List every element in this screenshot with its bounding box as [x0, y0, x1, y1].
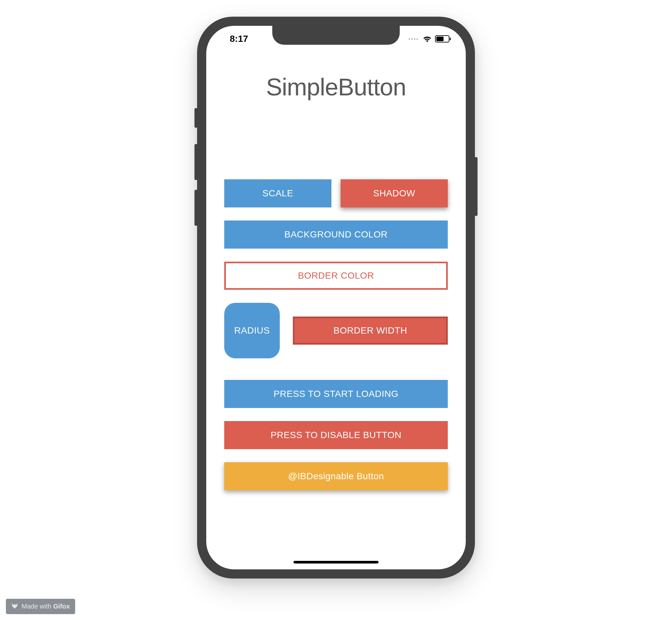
app-content: SimpleButton SCALE SHADOW BACKGROUND COL… [206, 58, 466, 569]
battery-icon [435, 35, 449, 43]
volume-up-button [194, 144, 198, 180]
status-indicators [409, 35, 449, 43]
cellular-dots-icon [409, 38, 418, 40]
watermark-prefix: Made with [21, 603, 53, 610]
row-disable-button: PRESS TO DISABLE BUTTON [224, 421, 448, 449]
radius-button[interactable]: RADIUS [224, 303, 280, 358]
phone-mockup: 8:17 SimpleButton SCALE [197, 17, 475, 578]
watermark-text: Made with Gifox [21, 603, 70, 610]
row-background-color: BACKGROUND COLOR [224, 220, 448, 249]
start-loading-button[interactable]: PRESS TO START LOADING [224, 380, 448, 408]
row-radius-width: RADIUS BORDER WIDTH [224, 303, 448, 358]
page-title: SimpleButton [224, 73, 448, 101]
power-button [474, 157, 478, 216]
volume-down-button [194, 190, 198, 226]
wifi-icon [423, 35, 432, 43]
phone-frame: 8:17 SimpleButton SCALE [197, 17, 475, 578]
scale-button[interactable]: SCALE [224, 179, 331, 207]
row-scale-shadow: SCALE SHADOW [224, 179, 448, 207]
row-ibdesignable: @IBDesignable Button [224, 462, 448, 490]
border-width-button[interactable]: BORDER WIDTH [293, 316, 448, 345]
home-indicator[interactable] [293, 561, 379, 564]
watermark-badge: Made with Gifox [6, 599, 75, 614]
fox-icon [11, 602, 18, 611]
disable-button[interactable]: PRESS TO DISABLE BUTTON [224, 421, 448, 449]
background-color-button[interactable]: BACKGROUND COLOR [224, 220, 448, 249]
row-start-loading: PRESS TO START LOADING [224, 380, 448, 408]
ibdesignable-button[interactable]: @IBDesignable Button [224, 462, 448, 490]
mute-switch [194, 108, 198, 128]
status-time: 8:17 [230, 34, 248, 44]
phone-screen: 8:17 SimpleButton SCALE [206, 26, 466, 569]
border-color-button[interactable]: BORDER COLOR [224, 262, 448, 290]
shadow-button[interactable]: SHADOW [341, 179, 448, 207]
watermark-brand: Gifox [53, 603, 70, 610]
notch [272, 26, 400, 45]
row-border-color: BORDER COLOR [224, 262, 448, 290]
